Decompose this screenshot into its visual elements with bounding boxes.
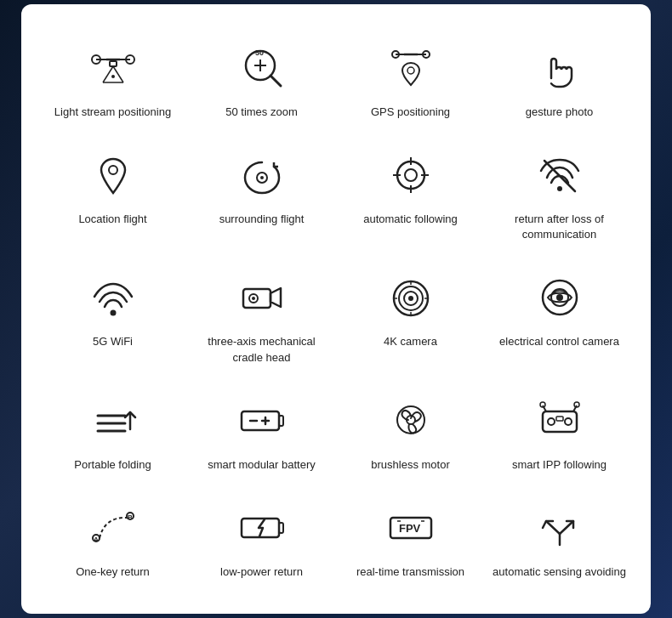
svg-rect-52 (242, 411, 279, 430)
feature-return-loss-communication: return after loss of communication (485, 137, 634, 251)
feature-label: One-key return (76, 564, 150, 580)
svg-rect-5 (110, 61, 117, 66)
svg-point-9 (111, 75, 115, 78)
drone-follow-icon (526, 391, 594, 451)
svg-marker-34 (271, 288, 281, 307)
feature-label: brushless motor (371, 457, 449, 473)
feature-gesture-photo: gesture photo (485, 30, 634, 128)
feature-label: Location flight (78, 212, 146, 227)
low-power-icon (228, 498, 296, 558)
svg-line-11 (271, 76, 281, 86)
svg-point-36 (252, 297, 255, 300)
svg-point-31 (557, 186, 562, 191)
feature-portable-folding: Portable folding (38, 383, 187, 481)
features-card: Light stream positioning 50 50 times zoo… (21, 4, 651, 614)
feature-three-axis-mechanical: three-axis mechanical cradle head (187, 259, 336, 373)
features-grid: Light stream positioning 50 50 times zoo… (38, 30, 634, 588)
svg-line-79 (560, 521, 573, 534)
feature-label: gesture photo (526, 105, 594, 120)
svg-line-78 (546, 521, 560, 534)
feature-50-times-zoom: 50 50 times zoom (187, 30, 336, 128)
battery-icon (228, 391, 296, 451)
feature-label: surrounding flight (219, 212, 305, 227)
svg-point-40 (408, 296, 413, 301)
electric-camera-icon (526, 268, 594, 327)
feature-smart-modular-battery: smart modular battery (187, 383, 336, 481)
feature-label: 50 times zoom (225, 105, 298, 120)
svg-point-20 (407, 67, 414, 74)
svg-point-24 (397, 162, 424, 189)
sense-avoid-icon (526, 498, 594, 558)
svg-point-32 (110, 309, 116, 315)
feature-label: smart modular battery (208, 457, 315, 473)
camera-gimbal-icon (228, 268, 296, 327)
feature-automatic-sensing-avoiding: automatic sensing avoiding (485, 490, 634, 588)
svg-point-23 (260, 176, 264, 179)
feature-label: low-power return (220, 564, 303, 580)
svg-point-25 (405, 169, 417, 181)
feature-location-flight: Location flight (38, 137, 187, 251)
svg-line-7 (113, 66, 123, 82)
svg-point-21 (109, 166, 117, 174)
feature-label: real-time transmission (356, 564, 464, 580)
svg-rect-53 (279, 416, 283, 426)
gps-icon (377, 38, 445, 98)
camera-lens-icon (377, 268, 445, 327)
feature-label: electrical control camera (499, 334, 619, 349)
feature-label: Light stream positioning (54, 105, 171, 120)
feature-label: 4K camera (384, 334, 437, 349)
feature-5g-wifi: 5G WiFi (38, 259, 187, 373)
svg-text:A: A (94, 536, 99, 543)
route-icon: A B (79, 498, 147, 558)
drone-light-icon (79, 38, 147, 98)
crosshair-icon (377, 145, 445, 205)
feature-low-power-return: low-power return (187, 490, 336, 588)
feature-automatic-following: automatic following (336, 137, 485, 251)
feature-gps-positioning: GPS positioning (336, 30, 485, 128)
feature-surrounding-flight: surrounding flight (187, 137, 336, 251)
feature-label: automatic following (363, 212, 458, 227)
svg-text:50: 50 (255, 48, 264, 57)
feature-label: smart IPP following (512, 457, 607, 473)
feature-label: three-axis mechanical cradle head (194, 334, 329, 365)
feature-label: Portable folding (74, 457, 151, 473)
feature-one-key-return: A B One-key return (38, 490, 187, 588)
feature-electrical-control-camera: electrical control camera (485, 259, 634, 373)
feature-4k-camera: 4K camera (336, 259, 485, 373)
hand-gesture-icon (526, 38, 594, 98)
wifi-icon (79, 268, 147, 327)
location-pin-icon (79, 145, 147, 205)
svg-text:FPV: FPV (399, 522, 421, 535)
fold-icon (79, 391, 147, 451)
svg-point-61 (565, 418, 572, 425)
orbit-icon (228, 145, 296, 205)
feature-label: automatic sensing avoiding (493, 564, 626, 580)
feature-label: 5G WiFi (93, 334, 133, 349)
svg-point-47 (556, 294, 563, 301)
svg-rect-72 (279, 523, 283, 533)
fpv-icon: FPV (377, 498, 445, 558)
svg-point-57 (397, 406, 424, 434)
zoom-icon: 50 (228, 38, 296, 98)
motor-icon (377, 391, 445, 451)
feature-label: return after loss of communication (492, 212, 627, 242)
signal-lost-icon (526, 145, 594, 205)
svg-point-60 (548, 418, 555, 425)
feature-smart-ipp-following: smart IPP following (485, 383, 634, 481)
svg-line-6 (103, 66, 113, 82)
feature-label: GPS positioning (371, 105, 450, 120)
svg-text:B: B (128, 513, 133, 521)
feature-brushless-motor: brushless motor (336, 383, 485, 481)
feature-light-stream-positioning: Light stream positioning (38, 30, 187, 128)
svg-rect-62 (556, 417, 563, 421)
feature-real-time-transmission: FPV real-time transmission (336, 490, 485, 588)
